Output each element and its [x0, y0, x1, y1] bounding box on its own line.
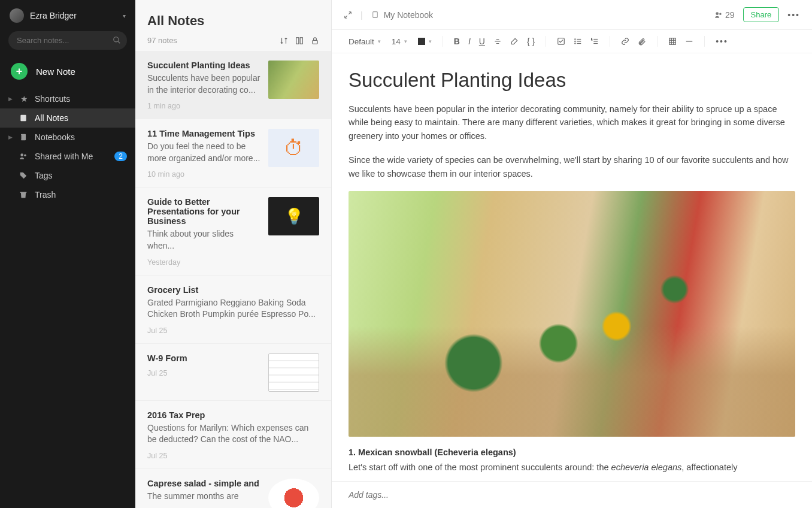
sidebar-item-shared[interactable]: Shared with Me 2	[0, 147, 135, 166]
italic-icon[interactable]: I	[468, 37, 471, 46]
note-title: 2016 Tax Prep	[147, 410, 319, 420]
highlight-icon[interactable]	[510, 37, 519, 46]
sidebar-item-tags[interactable]: Tags	[0, 166, 135, 185]
note-title: W-9 Form	[147, 353, 261, 363]
strikethrough-icon[interactable]	[493, 37, 502, 46]
note-thumbnail	[268, 353, 319, 392]
new-note-label: New Note	[36, 66, 75, 77]
svg-line-1	[118, 41, 120, 44]
note-snippet: Do you feel the need to be more organize…	[147, 141, 261, 164]
bullet-list-icon[interactable]	[574, 37, 582, 46]
svg-rect-11	[372, 12, 377, 18]
search-input[interactable]	[8, 31, 127, 50]
sidebar: Ezra Bridger ▾ + New Note ▶ ★ Shortcuts …	[0, 0, 135, 508]
user-menu[interactable]: Ezra Bridger ▾	[0, 8, 135, 31]
note-card[interactable]: Succulent Planting Ideas Succulents have…	[135, 51, 331, 119]
svg-point-6	[24, 155, 26, 157]
note-title: Caprese salad - simple and	[147, 479, 261, 488]
notebook-icon	[371, 11, 379, 19]
paragraph[interactable]: Succulents have been popular in the inte…	[349, 102, 795, 143]
expand-icon[interactable]	[344, 11, 352, 19]
tag-bar	[332, 481, 812, 508]
note-snippet: Grated Parmigiano Reggiano Baking Soda C…	[147, 297, 319, 320]
note-date: Yesterday	[147, 258, 261, 267]
avatar	[10, 8, 24, 23]
trash-icon	[19, 190, 29, 199]
new-note-button[interactable]: + New Note	[0, 58, 135, 89]
sidebar-item-trash[interactable]: Trash	[0, 185, 135, 204]
note-title: Succulent Planting Ideas	[147, 61, 261, 70]
sort-icon[interactable]	[280, 37, 288, 45]
notebook-icon	[19, 133, 29, 141]
font-size-select[interactable]: 14▾	[392, 37, 407, 46]
more-format-icon[interactable]: •••	[716, 37, 728, 46]
sidebar-item-label: Trash	[35, 190, 56, 199]
hr-icon[interactable]	[685, 37, 693, 46]
svg-rect-3	[21, 134, 26, 141]
link-icon[interactable]	[621, 37, 629, 46]
note-card[interactable]: 2016 Tax Prep Questions for Marilyn: Whi…	[135, 401, 331, 469]
shared-badge: 2	[114, 152, 127, 161]
editor-topbar: | My Notebook 29 Share •••	[332, 0, 812, 30]
paragraph[interactable]: 1. Mexican snowball (Echeveria elegans)	[349, 447, 795, 457]
note-thumbnail	[268, 61, 319, 99]
note-date: Jul 25	[147, 452, 319, 460]
note-count: 97 notes	[147, 36, 177, 45]
sidebar-item-notebooks[interactable]: ▶ Notebooks	[0, 128, 135, 147]
code-icon[interactable]: { }	[527, 37, 535, 46]
note-title-input[interactable]: Succulent Planting Ideas	[349, 69, 795, 92]
note-title: Guide to Better Presentations for your B…	[147, 197, 261, 226]
user-name: Ezra Bridger	[30, 11, 117, 20]
font-family-select[interactable]: Default▾	[349, 37, 381, 46]
note-card[interactable]: Guide to Better Presentations for your B…	[135, 188, 331, 275]
editor-pane: | My Notebook 29 Share ••• Default▾ 14▾ …	[332, 0, 812, 508]
attachment-icon[interactable]	[638, 37, 646, 46]
note-card[interactable]: Caprese salad - simple and The summer mo…	[135, 469, 331, 508]
underline-icon[interactable]: U	[479, 37, 485, 46]
document-body[interactable]: Succulent Planting Ideas Succulents have…	[332, 53, 812, 481]
tag-input[interactable]	[349, 490, 795, 500]
note-image[interactable]	[349, 191, 795, 437]
share-count[interactable]: 29	[714, 10, 735, 20]
svg-point-16	[575, 41, 575, 41]
note-icon	[19, 114, 29, 122]
note-snippet: Questions for Marilyn: Which expenses ca…	[147, 422, 319, 446]
more-icon[interactable]: •••	[787, 10, 800, 20]
svg-rect-9	[300, 37, 302, 44]
svg-rect-4	[20, 135, 21, 140]
lock-icon[interactable]	[311, 37, 319, 45]
sidebar-item-all-notes[interactable]: All Notes	[0, 108, 135, 128]
note-thumbnail	[268, 479, 319, 508]
svg-point-5	[20, 153, 23, 156]
svg-rect-25	[669, 38, 676, 45]
sidebar-item-shortcuts[interactable]: ▶ ★ Shortcuts	[0, 89, 135, 108]
people-icon	[19, 152, 29, 161]
paragraph[interactable]: Let's start off with one of the most pro…	[349, 461, 795, 474]
note-date: 1 min ago	[147, 102, 261, 110]
svg-rect-2	[20, 115, 26, 122]
note-thumbnail	[268, 129, 319, 167]
svg-point-17	[575, 43, 575, 44]
share-button[interactable]: Share	[743, 7, 780, 22]
paragraph[interactable]: Since the wide variety of species can be…	[349, 153, 795, 180]
text-color-select[interactable]: ▾	[418, 38, 432, 45]
table-icon[interactable]	[668, 37, 677, 46]
svg-point-13	[719, 13, 722, 15]
note-card[interactable]: W-9 Form Jul 25	[135, 344, 331, 401]
note-snippet: The summer months are	[147, 491, 261, 503]
svg-point-0	[114, 37, 119, 42]
checkbox-icon[interactable]	[557, 37, 565, 46]
sidebar-item-label: Notebooks	[35, 132, 75, 142]
note-card[interactable]: 11 Time Management Tips Do you feel the …	[135, 119, 331, 188]
caret-right-icon: ▶	[8, 96, 13, 102]
view-mode-icon[interactable]	[295, 37, 304, 45]
sidebar-item-label: Shortcuts	[35, 94, 70, 104]
note-card[interactable]: Grocery List Grated Parmigiano Reggiano …	[135, 276, 331, 344]
note-list-scroll[interactable]: Succulent Planting Ideas Succulents have…	[135, 51, 331, 508]
bold-icon[interactable]: B	[454, 37, 460, 46]
breadcrumb[interactable]: My Notebook	[371, 10, 433, 20]
plus-icon: +	[11, 63, 28, 80]
svg-text:1: 1	[591, 38, 592, 41]
numbered-list-icon[interactable]: 1	[590, 37, 599, 46]
note-snippet: Succulents have been popular in the inte…	[147, 72, 261, 96]
